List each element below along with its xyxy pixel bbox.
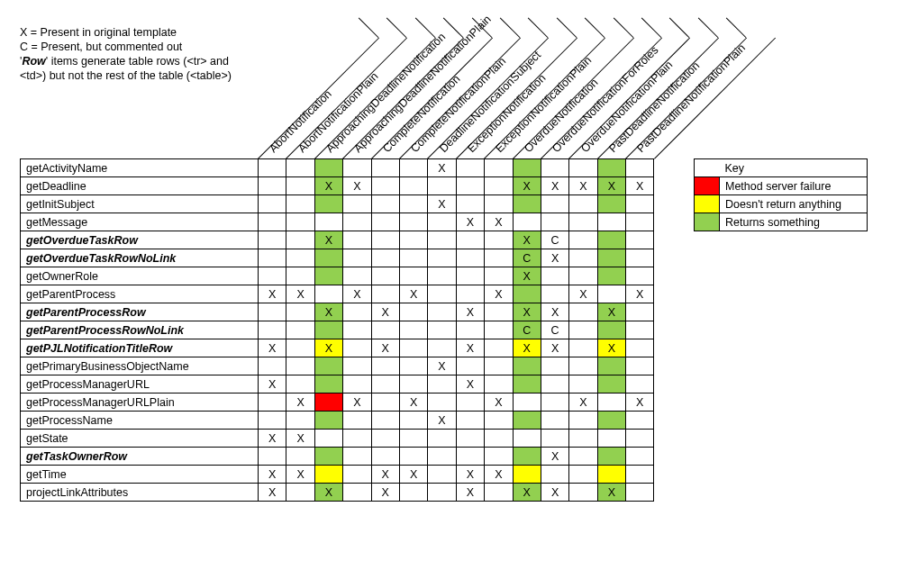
- matrix-cell: [597, 357, 625, 375]
- matrix-cell: X: [541, 177, 568, 195]
- matrix-cell: [286, 375, 314, 394]
- matrix-cell: [485, 267, 513, 285]
- matrix-cell: [626, 357, 654, 375]
- matrix-cell: X: [569, 285, 597, 303]
- matrix-cell: [456, 321, 484, 339]
- key-swatch-red: [695, 177, 720, 195]
- matrix-cell: [626, 231, 654, 249]
- matrix-cell: [597, 159, 625, 177]
- matrix-cell: [399, 303, 427, 321]
- matrix-cell: [456, 177, 484, 195]
- row-label: getOverdueTaskRow: [21, 231, 259, 249]
- matrix-cell: [569, 448, 597, 466]
- matrix-cell: [456, 267, 484, 285]
- matrix-cell: [399, 159, 427, 177]
- matrix-cell: [456, 448, 484, 466]
- matrix-cell: X: [541, 339, 568, 357]
- matrix-cell: [428, 249, 456, 267]
- matrix-cell: [259, 249, 286, 267]
- matrix-cell: X: [456, 303, 484, 321]
- matrix-cell: X: [314, 231, 342, 249]
- table-row: getOverdueTaskRowXXC: [21, 231, 654, 249]
- table-row: getOverdueTaskRowNoLinkCX: [21, 249, 654, 267]
- table-row: getProcessManagerURLXX: [21, 375, 654, 394]
- matrix-cell: [314, 430, 342, 448]
- matrix-cell: [456, 231, 484, 249]
- matrix-cell: [541, 375, 568, 394]
- matrix-cell: [428, 213, 456, 231]
- matrix-cell: [428, 466, 456, 484]
- table-row: getProcessManagerURLPlainXXXXXX: [21, 394, 654, 412]
- matrix-cell: X: [626, 285, 654, 303]
- matrix-cell: [456, 357, 484, 375]
- matrix-cell: [626, 303, 654, 321]
- key-title: Key: [720, 159, 868, 177]
- matrix-cell: [626, 249, 654, 267]
- key-swatch-yellow: [695, 195, 720, 213]
- matrix-cell: [314, 394, 342, 412]
- matrix-cell: [371, 177, 399, 195]
- key-box: Key Method server failure Doesn't return…: [694, 158, 868, 231]
- matrix-cell: [371, 394, 399, 412]
- matrix-cell: X: [597, 303, 625, 321]
- matrix-cell: X: [314, 484, 342, 502]
- matrix-cell: [513, 213, 541, 231]
- matrix-cell: X: [513, 339, 541, 357]
- matrix-cell: [314, 466, 342, 484]
- matrix-cell: [456, 249, 484, 267]
- matrix-cell: [259, 177, 286, 195]
- matrix-cell: [569, 159, 597, 177]
- matrix-cell: [597, 321, 625, 339]
- matrix-cell: [513, 394, 541, 412]
- key-label-yellow: Doesn't return anything: [720, 195, 868, 213]
- matrix-cell: [485, 448, 513, 466]
- matrix-cell: [428, 448, 456, 466]
- matrix-cell: [626, 430, 654, 448]
- matrix-cell: X: [343, 394, 371, 412]
- matrix-cell: [597, 249, 625, 267]
- matrix-cell: X: [314, 303, 342, 321]
- matrix-cell: [399, 267, 427, 285]
- row-label: getOwnerRole: [21, 267, 259, 285]
- matrix-cell: [286, 448, 314, 466]
- matrix-cell: [485, 159, 513, 177]
- matrix-cell: [259, 321, 286, 339]
- matrix-cell: [399, 448, 427, 466]
- row-label: getProcessManagerURLPlain: [21, 394, 259, 412]
- matrix-cell: X: [259, 466, 286, 484]
- matrix-cell: C: [513, 249, 541, 267]
- matrix-cell: [541, 267, 568, 285]
- matrix-cell: X: [343, 285, 371, 303]
- matrix-cell: [286, 339, 314, 357]
- matrix-cell: [371, 213, 399, 231]
- matrix-cell: [513, 375, 541, 394]
- matrix-cell: X: [597, 177, 625, 195]
- matrix-cell: [428, 430, 456, 448]
- matrix-cell: [513, 159, 541, 177]
- matrix-cell: [513, 285, 541, 303]
- matrix-cell: [541, 195, 568, 213]
- row-label: getParentProcessRow: [21, 303, 259, 321]
- matrix-cell: X: [513, 267, 541, 285]
- matrix-cell: X: [456, 466, 484, 484]
- matrix-cell: [286, 195, 314, 213]
- matrix-cell: [314, 267, 342, 285]
- matrix-cell: [314, 357, 342, 375]
- matrix-cell: [569, 357, 597, 375]
- matrix-cell: [597, 448, 625, 466]
- matrix-cell: [259, 303, 286, 321]
- matrix-cell: [286, 213, 314, 231]
- row-label: getPrimaryBusinessObjectName: [21, 357, 259, 375]
- matrix-cell: [371, 285, 399, 303]
- matrix-cell: [286, 412, 314, 430]
- legend-text: X = Present in original template C = Pre…: [20, 25, 254, 83]
- matrix-cell: [371, 375, 399, 394]
- matrix-cell: [626, 448, 654, 466]
- key-label-green: Returns something: [720, 213, 868, 231]
- table-row: getDeadlineXXXXXXX: [21, 177, 654, 195]
- matrix-cell: [286, 249, 314, 267]
- matrix-cell: [485, 231, 513, 249]
- matrix-cell: [428, 321, 456, 339]
- table-row: getOwnerRoleX: [21, 267, 654, 285]
- legend-line-2: C = Present, but commented out: [20, 40, 254, 54]
